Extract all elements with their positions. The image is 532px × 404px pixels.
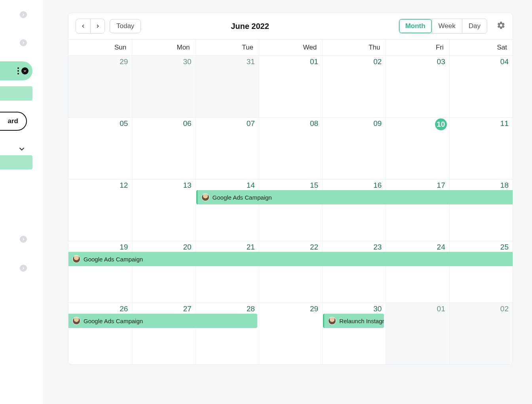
- prev-button[interactable]: [76, 19, 90, 33]
- calendar-day-cell[interactable]: 22: [259, 241, 322, 303]
- calendar-day-cell[interactable]: 02: [322, 55, 386, 117]
- day-number: 31: [247, 57, 255, 66]
- calendar-day-cell[interactable]: 11: [449, 117, 513, 179]
- view-month-button[interactable]: Month: [399, 19, 432, 33]
- calendar-day-cell[interactable]: 06: [132, 117, 195, 179]
- sidebar-item[interactable]: [0, 86, 32, 101]
- day-number: 29: [120, 57, 128, 66]
- day-number: 18: [500, 181, 509, 190]
- sidebar-panel: [0, 0, 33, 220]
- calendar-day-cell[interactable]: 08: [259, 117, 322, 179]
- day-number: 13: [183, 181, 191, 190]
- calendar-day-cell[interactable]: 03: [386, 55, 449, 117]
- weekday-header-row: SunMonTueWedThuFriSat: [68, 39, 513, 55]
- day-number: 17: [437, 181, 445, 190]
- weekday-header: Sun: [68, 40, 132, 55]
- weekday-header: Tue: [196, 40, 259, 55]
- weekday-header: Mon: [132, 40, 195, 55]
- calendar-day-cell[interactable]: 25: [449, 241, 513, 303]
- kebab-icon[interactable]: [17, 67, 19, 74]
- gear-icon[interactable]: [497, 21, 505, 31]
- day-number: 15: [310, 181, 318, 190]
- sidebar-expand-icon[interactable]: [20, 236, 27, 243]
- calendar-event[interactable]: Google Ads Campaign: [68, 252, 513, 266]
- calendar-day-cell[interactable]: 23: [322, 241, 386, 303]
- calendar-day-cell[interactable]: 24: [386, 241, 449, 303]
- calendar-day-cell[interactable]: 31: [196, 55, 259, 117]
- calendar-day-cell[interactable]: 14: [196, 179, 259, 241]
- calendar-day-cell[interactable]: 15: [259, 179, 322, 241]
- calendar-event[interactable]: Relaunch Instagr: [323, 314, 384, 328]
- day-number: 11: [500, 119, 509, 128]
- calendar-day-cell[interactable]: 16: [322, 179, 386, 241]
- calendar-week: 26272829300102Google Ads CampaignRelaunc…: [68, 303, 513, 364]
- day-number: 02: [373, 57, 382, 66]
- sidebar: ard: [0, 0, 43, 404]
- calendar-day-cell[interactable]: 26: [68, 303, 132, 364]
- calendar-day-cell[interactable]: 05: [68, 117, 132, 179]
- day-number: 29: [310, 305, 318, 313]
- day-number: 01: [437, 305, 445, 313]
- calendar-week: 19202122232425Google Ads Campaign: [68, 241, 513, 303]
- calendar-day-cell[interactable]: 18: [449, 179, 513, 241]
- calendar-day-cell[interactable]: 17: [386, 179, 449, 241]
- calendar-day-cell[interactable]: 27: [132, 303, 195, 364]
- day-number: 27: [183, 305, 191, 313]
- chevron-down-icon[interactable]: [21, 67, 28, 74]
- chevron-down-icon[interactable]: [17, 145, 26, 155]
- day-number: 20: [183, 243, 191, 252]
- sidebar-expand-icon[interactable]: [20, 11, 27, 18]
- calendar-day-cell[interactable]: 13: [132, 179, 195, 241]
- day-number: 16: [373, 181, 382, 190]
- view-week-button[interactable]: Week: [432, 19, 462, 33]
- weekday-header: Sat: [449, 40, 513, 55]
- calendar-day-cell[interactable]: 09: [322, 117, 386, 179]
- calendar-day-cell[interactable]: 07: [196, 117, 259, 179]
- calendar-day-cell[interactable]: 04: [449, 55, 513, 117]
- calendar-day-cell[interactable]: 01: [386, 303, 449, 364]
- event-title: Google Ads Campaign: [84, 318, 143, 324]
- calendar-day-cell[interactable]: 20: [132, 241, 195, 303]
- day-number: 25: [500, 243, 509, 252]
- calendar-day-cell[interactable]: 10: [386, 117, 449, 179]
- day-number: 08: [310, 119, 318, 128]
- calendar-day-cell[interactable]: 30: [132, 55, 195, 117]
- calendar-event[interactable]: Google Ads Campaign: [68, 314, 257, 328]
- calendar-day-cell[interactable]: 19: [68, 241, 132, 303]
- day-number: 22: [310, 243, 318, 252]
- avatar: [328, 317, 336, 325]
- day-number: 12: [120, 181, 128, 190]
- sidebar-dashboard-button[interactable]: ard: [0, 112, 27, 131]
- calendar-day-cell[interactable]: 21: [196, 241, 259, 303]
- calendar-week: 12131415161718Google Ads Campaign: [68, 179, 513, 241]
- calendar-title: June 2022: [101, 22, 398, 31]
- calendar-event[interactable]: Google Ads Campaign: [196, 190, 513, 204]
- day-number: 07: [247, 119, 255, 128]
- calendar-week: 05060708091011: [68, 117, 513, 179]
- view-day-button[interactable]: Day: [462, 19, 487, 33]
- calendar-day-cell[interactable]: 29: [68, 55, 132, 117]
- day-number: 01: [310, 57, 318, 66]
- sidebar-item[interactable]: [0, 155, 32, 170]
- sidebar-expand-icon[interactable]: [20, 39, 27, 46]
- day-number: 24: [437, 243, 445, 252]
- sidebar-active-item[interactable]: [0, 61, 32, 80]
- calendar-day-cell[interactable]: 30: [322, 303, 386, 364]
- event-title: Google Ads Campaign: [84, 256, 143, 263]
- avatar: [201, 193, 209, 201]
- calendar-day-cell[interactable]: 28: [196, 303, 259, 364]
- calendar-toolbar: Today June 2022 Month Week Day: [68, 13, 513, 39]
- weekday-header: Thu: [322, 40, 386, 55]
- calendar-grid: 2930310102030405060708091011121314151617…: [68, 55, 513, 364]
- calendar-day-cell[interactable]: 02: [449, 303, 513, 364]
- day-number: 04: [500, 57, 509, 66]
- calendar-week: 29303101020304: [68, 55, 513, 117]
- sidebar-expand-icon[interactable]: [20, 265, 27, 272]
- day-number: 03: [437, 57, 445, 66]
- calendar-day-cell[interactable]: 29: [259, 303, 322, 364]
- calendar-day-cell[interactable]: 12: [68, 179, 132, 241]
- day-number: 23: [373, 243, 382, 252]
- calendar-day-cell[interactable]: 01: [259, 55, 322, 117]
- day-number: 14: [247, 181, 255, 190]
- today-date: 10: [435, 118, 447, 130]
